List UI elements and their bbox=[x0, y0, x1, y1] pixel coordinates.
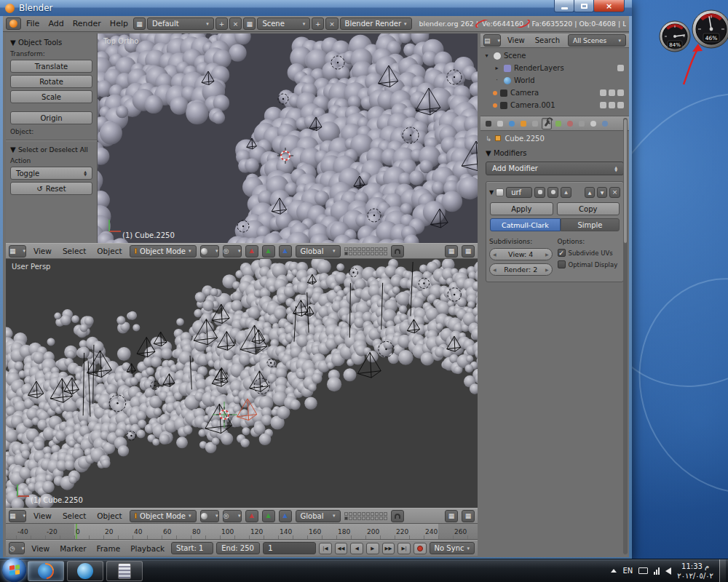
outliner-search-menu[interactable]: Search bbox=[531, 36, 563, 44]
modifier-delete-button[interactable]: × bbox=[609, 187, 620, 198]
render-subdivisions-stepper[interactable]: ◀Render: 2▶ bbox=[489, 263, 553, 276]
play-reverse-button[interactable]: ◀ bbox=[350, 543, 363, 554]
frame-start-field[interactable]: Start: 1 bbox=[171, 542, 213, 554]
frame-end-field[interactable]: End: 250 bbox=[216, 542, 260, 554]
renderlayer-camera-icon[interactable] bbox=[617, 65, 624, 71]
render-anim-button[interactable]: ▦ bbox=[462, 245, 475, 258]
play-button[interactable]: ▶ bbox=[366, 543, 379, 554]
outliner-display-selector[interactable]: All Scenes▾ bbox=[568, 34, 626, 47]
timeline-playback-menu[interactable]: Playback bbox=[127, 544, 168, 553]
outliner-item-renderlayers[interactable]: ▸ RenderLayers bbox=[483, 62, 627, 74]
menu-add[interactable]: Add bbox=[44, 19, 67, 28]
outliner-item-world[interactable]: · World bbox=[483, 74, 627, 87]
volume-tray-icon[interactable] bbox=[665, 567, 671, 575]
visibility-eye-icon[interactable] bbox=[600, 102, 606, 108]
subdivide-uvs-checkbox[interactable]: ✓Subdivide UVs bbox=[558, 249, 621, 257]
mode-selector[interactable]: Object Mode▾ bbox=[130, 245, 197, 258]
pivot-selector[interactable]: ◎▾ bbox=[223, 245, 242, 258]
catmull-clark-toggle[interactable]: Catmull-Clark bbox=[490, 218, 561, 231]
tab-render[interactable] bbox=[483, 118, 494, 129]
pivot-selector[interactable]: ◎▾ bbox=[223, 510, 242, 522]
scene-selector[interactable]: Scene▾ bbox=[257, 17, 310, 30]
orientation-selector[interactable]: Global▾ bbox=[296, 510, 341, 522]
object-tools-panel-header[interactable]: ▼ Object Tools bbox=[10, 39, 92, 47]
prev-keyframe-button[interactable]: ◀◀ bbox=[335, 543, 348, 554]
editor-type-button[interactable]: ▦▾ bbox=[9, 245, 26, 258]
start-button[interactable] bbox=[2, 558, 26, 582]
tab-physics[interactable] bbox=[600, 118, 610, 129]
modifier-name-field[interactable]: urf bbox=[506, 187, 532, 198]
apply-button[interactable]: Apply bbox=[490, 202, 553, 215]
viewport-top-canvas[interactable] bbox=[98, 33, 478, 243]
manipulator-scale-toggle[interactable]: ▲ bbox=[279, 510, 292, 522]
outliner-view-menu[interactable]: View bbox=[504, 36, 529, 44]
outliner-item-camera-001[interactable]: Camera.001 bbox=[483, 99, 627, 111]
tab-texture[interactable] bbox=[577, 118, 587, 129]
viewport-bottom-canvas[interactable] bbox=[6, 259, 478, 508]
show-desktop-button[interactable] bbox=[719, 559, 726, 582]
language-indicator[interactable]: EN bbox=[622, 567, 633, 575]
modifier-view-toggle[interactable] bbox=[547, 187, 558, 198]
scene-browse-button[interactable]: ▦ bbox=[243, 17, 256, 30]
network-tray-icon[interactable] bbox=[654, 567, 660, 575]
expand-icon[interactable]: ▾ bbox=[483, 52, 491, 59]
visibility-eye-icon[interactable] bbox=[600, 89, 606, 96]
modifier-edit-toggle[interactable]: ▲ bbox=[561, 187, 571, 198]
jump-to-start-button[interactable]: |◀ bbox=[319, 543, 332, 554]
select-panel-header[interactable]: ▼ Select or Deselect All bbox=[10, 146, 92, 154]
scene-add-button[interactable]: + bbox=[312, 17, 324, 30]
manipulator-translate-toggle[interactable]: ▲ bbox=[245, 245, 258, 258]
timeline-ruler[interactable]: -40-200204060801001201401601802002202402… bbox=[6, 524, 478, 540]
manipulator-scale-toggle[interactable]: ▲ bbox=[279, 245, 292, 258]
tab-object[interactable] bbox=[518, 118, 529, 129]
taskbar-clock[interactable]: 11:33 م ٢٠١٢/٠٥/٠٢ bbox=[677, 562, 713, 581]
renderable-icon[interactable] bbox=[617, 102, 624, 108]
tab-constraints[interactable] bbox=[530, 118, 540, 129]
breadcrumb-object-name[interactable]: Cube.2250 bbox=[505, 135, 544, 143]
close-button[interactable]: × bbox=[593, 0, 625, 12]
rotate-button[interactable]: Rotate bbox=[10, 75, 92, 88]
selectable-icon[interactable] bbox=[609, 102, 615, 108]
modifier-render-toggle[interactable] bbox=[534, 187, 545, 198]
taskbar-button-firefox[interactable] bbox=[28, 561, 64, 581]
menu-file[interactable]: File bbox=[23, 19, 43, 28]
layout-browse-button[interactable]: ▦ bbox=[133, 17, 146, 30]
window-titlebar[interactable]: Blender bbox=[0, 0, 632, 16]
snap-toggle[interactable] bbox=[391, 510, 404, 522]
maximize-button[interactable] bbox=[574, 0, 594, 12]
tab-scene[interactable] bbox=[495, 118, 505, 129]
timeline-marker-menu[interactable]: Marker bbox=[56, 544, 90, 553]
selectable-icon[interactable] bbox=[609, 89, 615, 96]
scene-delete-button[interactable]: × bbox=[325, 17, 338, 30]
copy-button[interactable]: Copy bbox=[557, 202, 620, 215]
taskbar-button-app[interactable] bbox=[106, 561, 143, 581]
layers-grid[interactable] bbox=[344, 512, 387, 520]
minimize-button[interactable] bbox=[554, 0, 574, 12]
snap-toggle[interactable] bbox=[391, 245, 404, 258]
shading-selector[interactable]: ▾ bbox=[200, 510, 219, 522]
action-toggle-dropdown[interactable]: Toggle▲▼ bbox=[10, 167, 92, 180]
select-menu[interactable]: Select bbox=[59, 247, 90, 255]
tab-object-data[interactable] bbox=[553, 118, 563, 129]
properties-scrollbar-thumb[interactable] bbox=[624, 119, 627, 243]
hidden-icons-button[interactable] bbox=[611, 569, 617, 573]
tab-modifiers[interactable] bbox=[542, 118, 552, 129]
jump-to-end-button[interactable]: ▶| bbox=[397, 543, 411, 554]
manipulator-rotate-toggle[interactable]: ▲ bbox=[262, 245, 275, 258]
layout-selector[interactable]: Default▾ bbox=[147, 17, 214, 30]
taskbar-button-browser[interactable] bbox=[67, 561, 103, 581]
manipulator-rotate-toggle[interactable]: ▲ bbox=[262, 510, 275, 522]
modifier-move-down-button[interactable]: ▼ bbox=[597, 187, 607, 198]
layout-add-button[interactable]: + bbox=[215, 17, 228, 30]
layers-grid[interactable] bbox=[344, 247, 387, 255]
shading-selector[interactable]: ▾ bbox=[200, 245, 219, 258]
expand-icon[interactable]: ▸ bbox=[493, 65, 501, 71]
record-button[interactable] bbox=[414, 543, 427, 554]
renderable-icon[interactable] bbox=[617, 89, 624, 96]
object-menu[interactable]: Object bbox=[93, 511, 125, 520]
modifier-move-up-button[interactable]: ▲ bbox=[585, 187, 595, 198]
select-menu[interactable]: Select bbox=[59, 511, 90, 520]
view-menu[interactable]: View bbox=[30, 511, 55, 520]
layout-delete-button[interactable]: × bbox=[229, 17, 242, 30]
sync-mode-selector[interactable]: No Sync▾ bbox=[430, 542, 475, 554]
